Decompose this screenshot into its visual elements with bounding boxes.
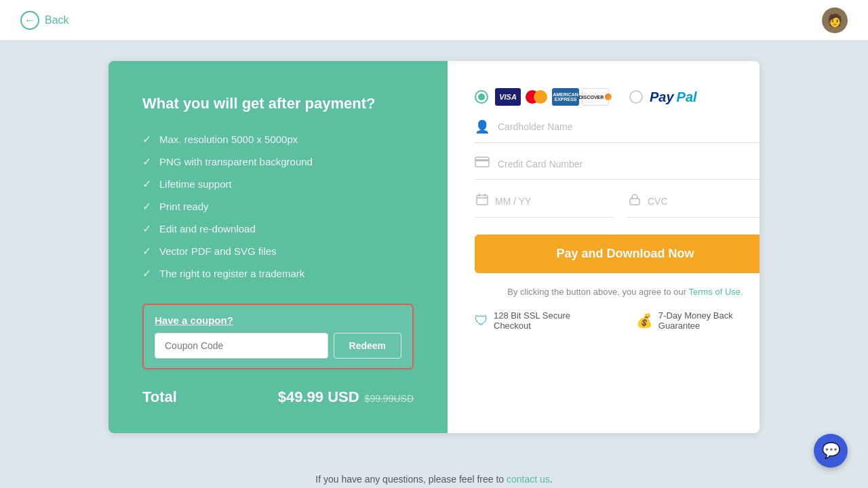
back-arrow-icon: ←	[20, 11, 39, 30]
header: ← Back 🧑	[0, 0, 868, 41]
total-label: Total	[142, 388, 177, 406]
list-item: ✓ Edit and re-download	[142, 222, 414, 235]
money-back-icon: 💰	[636, 312, 653, 329]
money-back-badge: 💰 7-Day Money Back Guarantee	[636, 310, 760, 331]
card-logos: VISA AMERICAN EXPRESS DISCOVER	[495, 88, 609, 106]
expiry-field	[475, 193, 614, 218]
chat-icon: 💬	[822, 442, 840, 460]
cvc-field: ℹ	[627, 193, 760, 218]
check-icon: ✓	[142, 222, 151, 235]
expiry-input[interactable]	[495, 196, 614, 207]
svg-rect-1	[475, 159, 489, 161]
feature-text: PNG with transparent background	[159, 156, 313, 167]
date-cvc-row: ℹ	[475, 193, 760, 218]
terms-text: By clicking the button above, you agree …	[475, 287, 760, 297]
avatar-image: 🧑	[827, 13, 842, 28]
visa-logo: VISA	[495, 88, 521, 106]
left-panel: What you will get after payment? ✓ Max. …	[108, 61, 448, 433]
left-heading: What you will get after payment?	[142, 95, 414, 113]
feature-text: Print ready	[159, 201, 209, 212]
total-row: Total $49.99 USD $99.99USD	[142, 388, 414, 406]
main-container: What you will get after payment? ✓ Max. …	[95, 41, 773, 453]
calendar-icon	[475, 193, 490, 209]
cvc-input[interactable]	[648, 196, 760, 207]
cardholder-field: 👤	[475, 119, 760, 143]
check-icon: ✓	[142, 245, 151, 258]
paypal-payment-option[interactable]: PayPal	[629, 89, 697, 105]
paypal-logo: PayPal	[650, 89, 697, 105]
money-back-label: 7-Day Money Back Guarantee	[658, 310, 760, 331]
list-item: ✓ Print ready	[142, 200, 414, 213]
card-number-field	[475, 157, 760, 180]
footer-period: .	[550, 474, 553, 485]
total-price: $49.99 USD $99.99USD	[278, 388, 414, 406]
feature-text: Vector PDF and SVG files	[159, 245, 277, 257]
pay-button[interactable]: Pay and Download Now	[475, 235, 760, 273]
terms-link[interactable]: Terms of Use.	[688, 287, 743, 297]
list-item: ✓ Lifetime support	[142, 178, 414, 190]
original-price: $99.99USD	[365, 393, 414, 404]
feature-text: The right to register a trademark	[159, 268, 304, 279]
ssl-label: 128 Bit SSL Secure Checkout	[494, 310, 609, 331]
right-panel: VISA AMERICAN EXPRESS DISCOVER	[448, 61, 760, 433]
svg-rect-0	[475, 157, 489, 167]
amex-logo: AMERICAN EXPRESS	[552, 88, 579, 106]
feature-list: ✓ Max. resolution 5000 x 5000px ✓ PNG wi…	[142, 133, 414, 280]
list-item: ✓ Max. resolution 5000 x 5000px	[142, 133, 414, 146]
svg-rect-6	[630, 199, 639, 205]
paypal-radio[interactable]	[629, 90, 643, 104]
feature-text: Edit and re-download	[159, 223, 256, 235]
have-coupon-toggle[interactable]: Have a coupon?	[155, 314, 233, 326]
list-item: ✓ Vector PDF and SVG files	[142, 245, 414, 258]
current-price: $49.99 USD	[278, 388, 359, 406]
footer-text: If you have any questions, please feel f…	[315, 474, 504, 485]
radio-dot	[478, 94, 485, 100]
card-payment-option[interactable]: VISA AMERICAN EXPRESS DISCOVER	[475, 88, 609, 106]
check-icon: ✓	[142, 178, 151, 190]
terms-prefix: By clicking the button above, you agree …	[507, 287, 686, 297]
contact-link[interactable]: contact us	[507, 474, 550, 485]
avatar: 🧑	[822, 7, 848, 33]
security-badges: 🛡 128 Bit SSL Secure Checkout 💰 7-Day Mo…	[475, 310, 760, 331]
coupon-box: Have a coupon? Redeem	[142, 304, 414, 369]
ssl-badge: 🛡 128 Bit SSL Secure Checkout	[475, 310, 609, 331]
mastercard-logo	[524, 88, 549, 106]
list-item: ✓ PNG with transparent background	[142, 155, 414, 168]
discover-logo: DISCOVER	[582, 88, 609, 106]
check-icon: ✓	[142, 267, 151, 280]
svg-rect-2	[477, 195, 488, 205]
footer: If you have any questions, please feel f…	[0, 453, 868, 488]
chat-button[interactable]: 💬	[814, 434, 848, 468]
check-icon: ✓	[142, 200, 151, 213]
lock-icon	[627, 193, 642, 209]
card-radio-selected[interactable]	[475, 90, 488, 104]
person-icon: 👤	[475, 119, 490, 134]
back-button[interactable]: ← Back	[20, 11, 69, 30]
check-icon: ✓	[142, 155, 151, 168]
card-number-input[interactable]	[498, 159, 760, 169]
payment-options: VISA AMERICAN EXPRESS DISCOVER	[475, 88, 760, 106]
check-icon: ✓	[142, 133, 151, 146]
card-row: What you will get after payment? ✓ Max. …	[108, 61, 760, 433]
shield-icon: 🛡	[475, 313, 488, 329]
back-label: Back	[45, 14, 69, 26]
coupon-input[interactable]	[155, 333, 328, 359]
coupon-input-row: Redeem	[155, 333, 401, 359]
feature-text: Max. resolution 5000 x 5000px	[159, 134, 298, 145]
list-item: ✓ The right to register a trademark	[142, 267, 414, 280]
redeem-button[interactable]: Redeem	[334, 333, 401, 359]
cardholder-input[interactable]	[498, 121, 760, 132]
feature-text: Lifetime support	[159, 178, 232, 190]
card-icon	[475, 157, 490, 171]
